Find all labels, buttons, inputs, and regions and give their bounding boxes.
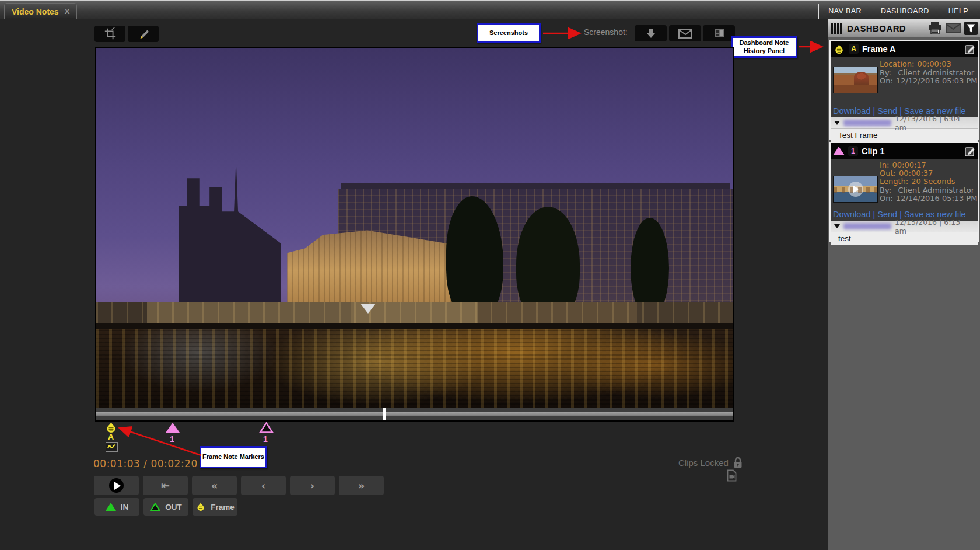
video-notes-app: Video Notes X NAV BAR DASHBOARD HELP Scr… <box>0 0 980 550</box>
callout-screenshots: Screenshots <box>477 23 541 43</box>
clip-in-marker-label: 1 <box>170 434 174 444</box>
note-badge: A <box>849 44 859 54</box>
mark-frame-button[interactable]: Frame <box>192 498 237 516</box>
play-button[interactable] <box>94 476 139 495</box>
go-to-start-button[interactable]: ⇤ <box>143 476 188 495</box>
frame-marker-A-label: A <box>108 432 114 441</box>
note-title: Clip 1 <box>862 147 961 156</box>
meta-value: Client Administrator <box>898 186 974 194</box>
meta-value: 12/12/2016 05:03 PM <box>896 77 978 86</box>
meta-label: By: <box>880 186 891 194</box>
mark-out-button[interactable]: OUT <box>144 498 188 516</box>
clip-triangle-icon <box>833 147 845 155</box>
clip-out-marker[interactable] <box>259 422 274 433</box>
transport-controls: ⇤ « ‹ › » <box>94 476 384 495</box>
email-notes-button[interactable] <box>946 23 961 33</box>
note-clip-1-body: In:00:00:17 Out:00:00:37 Length:20 Secon… <box>831 159 978 208</box>
dashboard-panel: DASHBOARD A Frame A <box>828 19 980 550</box>
meta-label: Out: <box>880 169 896 177</box>
collapse-icon[interactable] <box>834 224 840 228</box>
meta-label: Length: <box>880 177 908 186</box>
meta-label: Location: <box>880 60 914 69</box>
screenshot-email-button[interactable] <box>669 25 701 41</box>
waveform-toggle-button[interactable] <box>106 442 118 452</box>
mark-in-button[interactable]: IN <box>94 498 139 516</box>
meta-label: On: <box>880 194 893 203</box>
callout-frame-note-markers: Frame Note Markers <box>200 446 267 468</box>
note-badge: 1 <box>848 146 858 156</box>
comment-header: 12/13/2016 | 6:04 am <box>831 117 978 128</box>
dashboard-panel-header: DASHBOARD <box>828 19 980 37</box>
download-link[interactable]: Download <box>833 210 871 219</box>
scene-white-marker <box>360 304 376 314</box>
meta-value: 20 Seconds <box>911 177 955 186</box>
note-thumbnail[interactable] <box>833 67 878 93</box>
nav-item-dashboard[interactable]: DASHBOARD <box>871 4 939 19</box>
frame-balloon-icon <box>833 44 845 54</box>
print-button[interactable] <box>928 22 942 34</box>
waveform-icon <box>107 444 116 450</box>
tab-video-notes[interactable]: Video Notes X <box>4 3 77 19</box>
scene-cathedral <box>179 160 281 311</box>
tab-close-icon[interactable]: X <box>65 7 70 16</box>
frame-balloon-icon <box>195 502 206 511</box>
fast-forward-button[interactable]: » <box>339 476 384 495</box>
timeline-scrubber[interactable] <box>96 408 733 420</box>
tab-bar: Video Notes X NAV BAR DASHBOARD HELP <box>0 1 980 19</box>
scene-embankment <box>96 302 733 326</box>
collapse-icon[interactable] <box>834 121 840 125</box>
download-icon <box>645 27 657 39</box>
nav-item-help[interactable]: HELP <box>939 4 978 19</box>
meta-label: On: <box>880 77 893 86</box>
meta-value: Client Administrator <box>898 69 974 78</box>
meta-label: In: <box>880 161 889 169</box>
callout-dashboard-note-history: Dashboard Note History Panel <box>731 36 797 58</box>
video-player <box>95 47 734 422</box>
clip-in-marker[interactable] <box>166 423 180 433</box>
meta-value: 00:00:37 <box>899 169 933 177</box>
nav-item-navbar[interactable]: NAV BAR <box>818 4 871 19</box>
mail-icon <box>678 29 692 39</box>
edit-note-button[interactable] <box>965 146 975 156</box>
note-thumbnail[interactable] <box>833 176 878 203</box>
crop-button[interactable] <box>94 26 125 42</box>
frame-marker-A[interactable] <box>104 422 118 433</box>
notes-panel-icon <box>715 29 724 37</box>
filter-button[interactable] <box>964 22 978 35</box>
note-clip-1-header: 1 Clip 1 <box>831 143 978 159</box>
meta-label: By: <box>880 69 891 78</box>
note-frame-a-header: A Frame A <box>831 41 978 57</box>
commenter-name-redacted <box>844 223 891 229</box>
screenshot-label: Screenshot: <box>584 27 628 37</box>
scene-river <box>96 329 733 409</box>
step-forward-button[interactable]: › <box>290 476 335 495</box>
tab-title: Video Notes <box>12 7 59 16</box>
clips-locked-status: Clips Locked <box>678 457 743 468</box>
mark-out-label: OUT <box>165 503 182 511</box>
video-file-button[interactable] <box>727 469 737 482</box>
dashboard-panel-title: DASHBOARD <box>847 23 928 33</box>
download-link[interactable]: Download <box>833 106 871 116</box>
comment-date: 12/15/2016 | 6:13 am <box>895 218 974 235</box>
play-clip-icon[interactable] <box>848 182 863 197</box>
note-card-clip-1: 1 Clip 1 In:00:00:17 Out:00:00:37 Length… <box>830 142 979 242</box>
comment-header: 12/15/2016 | 6:13 am <box>831 221 978 232</box>
pencil-icon <box>137 27 150 40</box>
playhead[interactable] <box>383 408 386 420</box>
screenshot-history-panel-button[interactable] <box>703 25 735 41</box>
meta-value: 12/14/2016 05:13 PM <box>896 194 978 203</box>
step-back-button[interactable]: ‹ <box>241 476 286 495</box>
screenshot-download-button[interactable] <box>635 25 667 41</box>
clip-out-marker-label: 1 <box>263 434 268 444</box>
mark-frame-label: Frame <box>211 503 235 511</box>
edit-note-button[interactable] <box>965 44 975 54</box>
rewind-button[interactable]: « <box>192 476 237 495</box>
out-triangle-icon <box>150 503 160 511</box>
top-nav: NAV BAR DASHBOARD HELP <box>818 4 978 19</box>
meta-value: 00:00:03 <box>917 60 951 69</box>
commenter-name-redacted <box>844 120 891 126</box>
lock-icon <box>733 457 743 468</box>
crop-icon <box>104 27 117 40</box>
comment-date: 12/13/2016 | 6:04 am <box>895 114 974 132</box>
draw-button[interactable] <box>128 26 159 42</box>
